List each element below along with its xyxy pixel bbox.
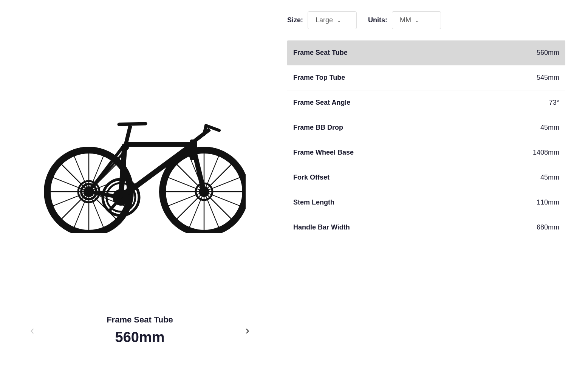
- svg-line-35: [119, 124, 145, 124]
- spec-value: 45mm: [540, 174, 559, 181]
- spec-value: 680mm: [537, 223, 559, 231]
- spec-row[interactable]: Fork Offset45mm: [287, 165, 565, 190]
- units-dropdown[interactable]: MM ⌄: [392, 11, 441, 29]
- units-label: Units:: [368, 16, 387, 24]
- size-label: Size:: [287, 16, 303, 24]
- spec-row[interactable]: Frame Top Tube545mm: [287, 65, 565, 90]
- bike-image: [34, 90, 246, 233]
- next-button[interactable]: ›: [245, 323, 249, 337]
- current-spec-block: Frame Seat Tube 560mm: [107, 315, 173, 346]
- size-dropdown-arrow: ⌄: [337, 17, 341, 23]
- specs-container: Frame Seat Tube560mmFrame Top Tube545mmF…: [287, 40, 565, 240]
- units-control-group: Units: MM ⌄: [368, 11, 441, 29]
- prev-button[interactable]: ‹: [30, 323, 34, 337]
- spec-value: 560mm: [537, 49, 559, 57]
- size-control-group: Size: Large ⌄: [287, 11, 357, 29]
- spec-row[interactable]: Frame Seat Tube560mm: [287, 40, 565, 65]
- size-value: Large: [316, 16, 333, 24]
- spec-row[interactable]: Frame Seat Angle73°: [287, 90, 565, 115]
- spec-name: Frame Wheel Base: [293, 149, 354, 157]
- controls-row: Size: Large ⌄ Units: MM ⌄: [287, 11, 565, 29]
- spec-name: Frame Top Tube: [293, 74, 345, 82]
- spec-name: Frame BB Drop: [293, 124, 343, 132]
- current-spec-value: 560mm: [107, 329, 173, 346]
- nav-row: ‹ Frame Seat Tube 560mm ›: [15, 307, 265, 357]
- spec-value: 73°: [549, 99, 559, 107]
- spec-value: 45mm: [540, 124, 559, 132]
- spec-row[interactable]: Frame BB Drop45mm: [287, 115, 565, 140]
- svg-line-31: [193, 129, 210, 142]
- svg-rect-30: [190, 140, 197, 160]
- spec-name: Frame Seat Angle: [293, 99, 350, 107]
- bike-image-container: [15, 15, 265, 307]
- spec-name: Frame Seat Tube: [293, 49, 348, 57]
- spec-value: 110mm: [537, 198, 559, 206]
- svg-line-33: [204, 126, 206, 134]
- spec-name: Handle Bar Width: [293, 223, 350, 231]
- right-panel: Size: Large ⌄ Units: MM ⌄ Frame Seat Tub…: [272, 0, 588, 372]
- spec-value: 545mm: [537, 74, 559, 82]
- spec-row[interactable]: Stem Length110mm: [287, 190, 565, 215]
- units-value: MM: [400, 16, 411, 24]
- size-dropdown[interactable]: Large ⌄: [308, 11, 357, 29]
- spec-row[interactable]: Frame Wheel Base1408mm: [287, 140, 565, 165]
- spec-value: 1408mm: [533, 149, 559, 157]
- svg-line-22: [121, 144, 193, 197]
- current-spec-label: Frame Seat Tube: [107, 315, 173, 325]
- spec-name: Stem Length: [293, 198, 334, 206]
- spec-name: Fork Offset: [293, 174, 330, 181]
- units-dropdown-arrow: ⌄: [415, 17, 419, 23]
- spec-row[interactable]: Handle Bar Width680mm: [287, 215, 565, 240]
- left-panel: ‹ Frame Seat Tube 560mm ›: [0, 0, 272, 372]
